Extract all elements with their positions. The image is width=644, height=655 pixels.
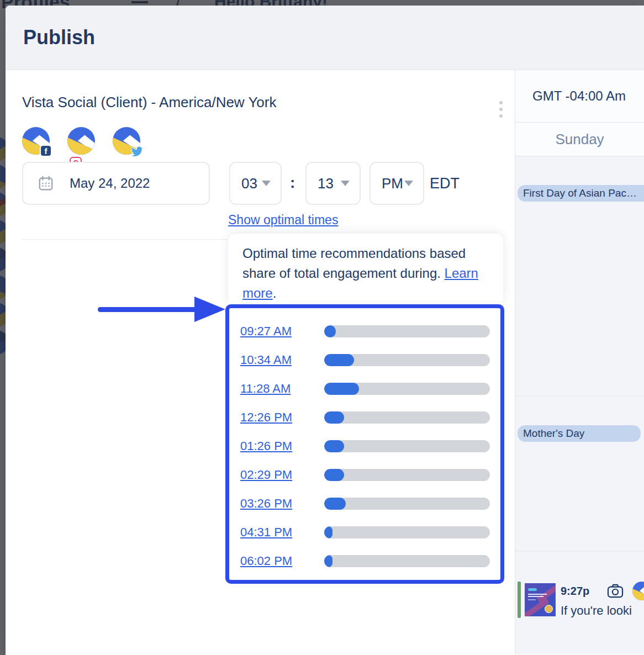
- optimal-time-row: 10:34 AM: [240, 346, 500, 374]
- post-details: 9:27p: [561, 582, 644, 618]
- connected-profiles: f: [22, 127, 140, 155]
- time-separator: :: [290, 174, 295, 192]
- tooltip-text: Optimal time recommendations based share…: [242, 246, 466, 281]
- calendar-icon: [38, 175, 54, 192]
- calendar-timezone-header: GMT -04:00 Am: [515, 70, 644, 123]
- engagement-bar-fill: [324, 383, 359, 395]
- engagement-bar-fill: [324, 440, 344, 452]
- optimal-time-link[interactable]: 03:26 PM: [240, 496, 324, 511]
- engagement-bar-track: [324, 555, 490, 567]
- post-profile-avatar: [632, 582, 644, 600]
- timezone-label: EDT: [430, 175, 460, 192]
- optimal-time-row: 09:27 AM: [240, 317, 500, 346]
- engagement-bar-track: [324, 469, 490, 481]
- date-value: May 24, 2022: [70, 176, 150, 191]
- page-title: Publish: [23, 26, 95, 49]
- optimal-time-row: 03:26 PM: [240, 489, 500, 518]
- chevron-down-icon: [262, 181, 271, 186]
- meridiem-select[interactable]: PM: [369, 162, 424, 205]
- optimal-time-link[interactable]: 10:34 AM: [240, 353, 324, 367]
- engagement-bar-fill: [324, 354, 354, 366]
- publish-modal: Publish Vista Social (Client) - America/…: [6, 6, 644, 655]
- optimal-time-link[interactable]: 09:27 AM: [240, 324, 324, 339]
- scheduled-post[interactable]: 9:27p: [518, 582, 644, 618]
- optimal-time-row: 12:26 PM: [240, 403, 500, 432]
- optimal-time-link[interactable]: 02:29 PM: [240, 468, 324, 482]
- engagement-bar-track: [324, 411, 490, 424]
- twitter-icon: [130, 145, 142, 157]
- modal-header: Publish: [6, 6, 644, 70]
- chevron-down-icon: [341, 181, 350, 186]
- optimal-times-tooltip: Optimal time recommendations based share…: [228, 234, 503, 304]
- profile-avatar-facebook[interactable]: f: [22, 127, 50, 155]
- calendar-day-header: Sunday: [515, 123, 644, 156]
- calendar-cell[interactable]: Mother's Day: [515, 397, 644, 551]
- calendar-cell[interactable]: 9:27p: [515, 551, 644, 654]
- optimal-time-row: 04:31 PM: [240, 518, 500, 547]
- meridiem-value: PM: [382, 175, 403, 192]
- profile-avatar-instagram[interactable]: [67, 127, 95, 155]
- post-caption: If you're looki: [561, 604, 644, 618]
- calendar-cell[interactable]: First Day of Asian Pac…: [515, 156, 644, 397]
- engagement-bar-fill: [324, 526, 332, 538]
- profile-group-title: Vista Social (Client) - America/New York: [22, 94, 276, 111]
- optimal-time-row: 06:02 PM: [240, 547, 500, 575]
- modal-body: Vista Social (Client) - America/New York…: [6, 70, 644, 654]
- chevron-down-icon: [404, 181, 413, 186]
- calendar-event[interactable]: Mother's Day: [518, 425, 641, 442]
- profile-avatar-twitter[interactable]: [113, 127, 140, 155]
- optimal-time-link[interactable]: 01:26 PM: [240, 439, 324, 453]
- optimal-time-link[interactable]: 12:26 PM: [240, 410, 324, 425]
- calendar-event[interactable]: First Day of Asian Pac…: [518, 185, 644, 202]
- section-divider: [22, 239, 228, 240]
- calendar-panel: GMT -04:00 Am Sunday First Day of Asian …: [515, 70, 644, 654]
- engagement-bar-fill: [324, 325, 336, 337]
- optimal-time-row: 11:28 AM: [240, 374, 500, 403]
- engagement-bar-track: [324, 498, 490, 510]
- optimal-time-row: 01:26 PM: [240, 432, 500, 461]
- optimal-time-row: 02:29 PM: [240, 461, 500, 489]
- engagement-bar-track: [324, 354, 490, 366]
- camera-icon: [607, 584, 624, 598]
- optimal-times-list: 09:27 AM 10:34 AM 11:28 AM 12:26: [225, 304, 504, 584]
- hour-value: 03: [241, 175, 257, 192]
- minute-value: 13: [318, 175, 334, 192]
- date-picker[interactable]: May 24, 2022: [22, 162, 210, 205]
- engagement-bar-track: [324, 325, 490, 337]
- optimal-time-link[interactable]: 04:31 PM: [240, 525, 324, 540]
- post-thumbnail: [525, 583, 556, 616]
- post-time: 9:27p: [561, 585, 589, 598]
- brand-avatar: [67, 127, 95, 155]
- engagement-bar-fill: [324, 469, 344, 481]
- post-status-bar: [518, 582, 521, 618]
- engagement-bar-track: [324, 440, 490, 452]
- optimal-time-link[interactable]: 11:28 AM: [240, 382, 324, 396]
- engagement-bar-fill: [324, 411, 344, 424]
- engagement-bar-track: [324, 383, 490, 395]
- hour-select[interactable]: 03: [229, 162, 282, 205]
- tooltip-suffix: .: [273, 286, 277, 300]
- engagement-bar-track: [324, 526, 490, 538]
- engagement-bar-fill: [324, 498, 346, 510]
- show-optimal-times-link[interactable]: Show optimal times: [228, 213, 338, 228]
- facebook-icon: f: [40, 145, 52, 157]
- engagement-bar-fill: [324, 555, 332, 567]
- more-options-button[interactable]: [493, 96, 509, 123]
- minute-select[interactable]: 13: [305, 162, 361, 205]
- optimal-time-link[interactable]: 06:02 PM: [240, 554, 324, 568]
